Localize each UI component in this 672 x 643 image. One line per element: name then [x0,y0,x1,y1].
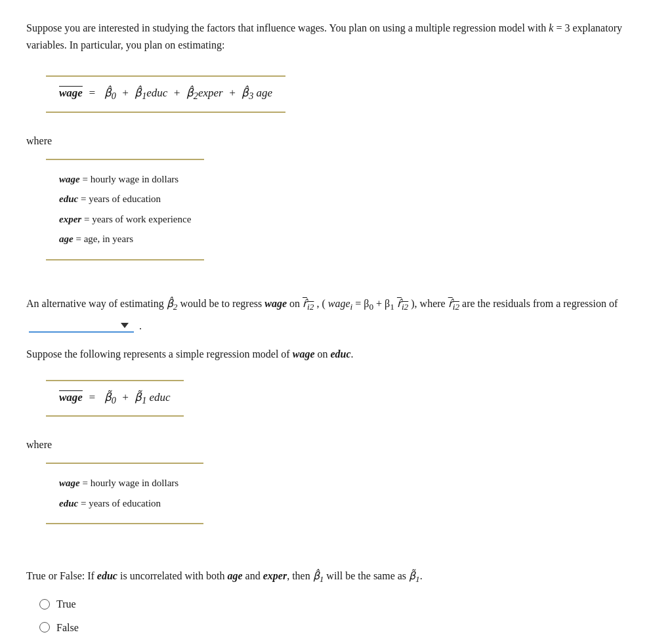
regression-dropdown[interactable] [29,320,134,333]
def-term-educ: educ [59,194,78,204]
alt-r12-2: r̂i2 [397,298,408,309]
def2-row-educ: educ = years of education [59,495,190,512]
simple-equation: wage = β̃0 + β̃1 educ [59,390,171,406]
def-term-age: age [59,234,74,244]
def2-eq-educ: = [81,498,89,508]
def-row-age: age = age, in years [59,231,191,248]
def-eq-age: = [75,234,83,244]
def2-term-educ: educ [59,498,78,508]
where-label-1: where [26,135,646,147]
radio-circle-true [39,599,50,610]
alt-r12: r̂i2 [303,298,314,309]
def-desc-age: age, in years [84,234,133,244]
alt-eq-sign: = β0 + β1 [355,298,397,309]
alt-r12-3: r̂i2 [448,298,459,309]
alt-text-mid1: would be to regress wage on [180,298,303,309]
true-false-radio-group: True False [39,596,646,636]
def2-desc-wage: hourly wage in dollars [91,478,179,488]
dropdown-value [32,320,117,331]
simple-equation-box: wage = β̃0 + β̃1 educ [46,380,184,417]
true-false-section: True or False: If educ is uncorrelated w… [26,568,646,636]
def-eq-wage: = [82,174,90,184]
def-eq-educ: = [81,194,89,204]
intro-paragraph: Suppose you are interested in studying t… [26,20,646,53]
def2-term-wage: wage [59,478,80,488]
true-false-question: True or False: If educ is uncorrelated w… [26,568,646,587]
def-row-wage: wage = hourly wage in dollars [59,171,191,188]
def2-eq-wage: = [82,478,90,488]
radio-circle-false [39,622,50,633]
def-row-exper: exper = years of work experience [59,211,191,228]
alt-paren-close: ), where [411,298,448,309]
period-after-dropdown: . [136,320,142,332]
alt-wage-i: wagei [328,298,352,309]
dropdown-arrow-icon [121,323,129,328]
definitions-box-2: wage = hourly wage in dollars educ = yea… [46,463,203,524]
alternative-text-block: An alternative way of estimating β̂2 wou… [26,295,646,315]
definitions-box-1: wage = hourly wage in dollars educ = yea… [46,159,204,260]
def2-row-wage: wage = hourly wage in dollars [59,475,190,492]
alt-text-residuals: are the residuals from a regression of [462,298,618,309]
radio-label-false: False [56,619,79,636]
where-label-2: where [26,439,646,451]
def-desc-exper: years of work experience [92,214,191,224]
main-equation: wage = β̂0 + β̂1educ + β̂2exper + β̂3 ag… [59,86,272,102]
radio-item-false[interactable]: False [39,619,646,636]
def-eq-exper: = [84,214,92,224]
alt-beta2: β̂2 [167,298,178,309]
radio-item-true[interactable]: True [39,596,646,613]
main-equation-box: wage = β̂0 + β̂1educ + β̂2exper + β̂3 ag… [46,75,285,112]
def-term-wage: wage [59,174,80,184]
alt-text-pre: An alternative way of estimating [26,298,167,309]
def-row-educ: educ = years of education [59,191,191,208]
def-desc-educ: years of education [89,194,161,204]
simple-regression-text: Suppose the following represents a simpl… [26,346,646,363]
alt-text-comma: , ( [316,298,325,309]
radio-label-true: True [56,596,76,613]
def2-desc-educ: years of education [89,498,161,508]
def-term-exper: exper [59,214,81,224]
def-desc-wage: hourly wage in dollars [91,174,179,184]
